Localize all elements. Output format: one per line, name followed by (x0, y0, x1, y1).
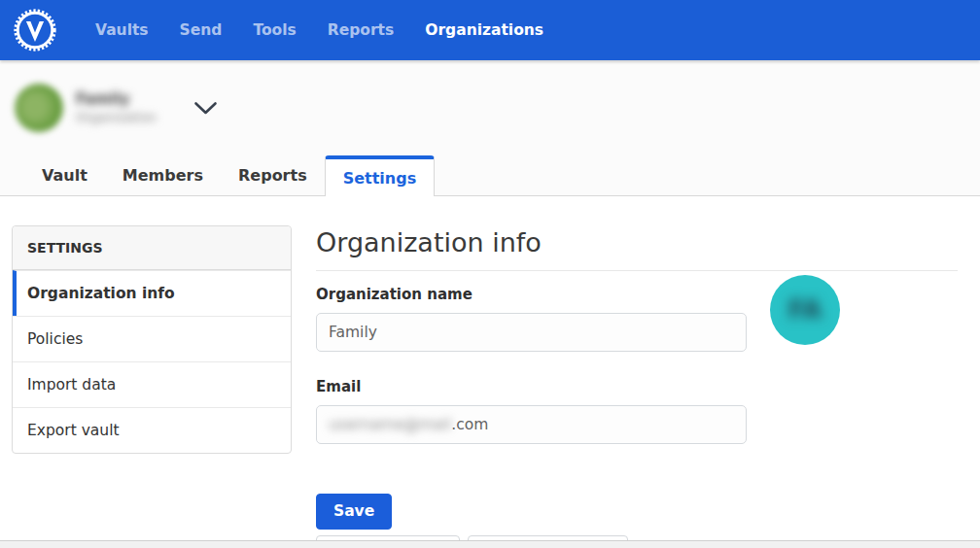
footer-strip (0, 540, 980, 548)
nav-item-reports[interactable]: Reports (312, 0, 409, 60)
tab-settings[interactable]: Settings (325, 155, 436, 196)
nav-item-tools[interactable]: Tools (237, 0, 311, 60)
content-area: SETTINGS Organization info Policies Impo… (0, 196, 980, 548)
email-input[interactable]: username@mail.com (316, 405, 747, 444)
sidebar-item-organization-info[interactable]: Organization info (13, 270, 291, 316)
email-visible-text: .com (451, 416, 488, 433)
nav-item-organizations[interactable]: Organizations (409, 0, 559, 60)
tab-reports[interactable]: Reports (221, 154, 325, 195)
nav-item-vaults[interactable]: Vaults (80, 0, 164, 60)
vaultwarden-logo-icon[interactable] (12, 7, 58, 53)
page-title: Organization info (316, 225, 958, 260)
organization-type-text: Organization (76, 109, 157, 125)
org-name-input[interactable] (316, 313, 747, 352)
sidebar-title: SETTINGS (13, 226, 291, 270)
tab-vault[interactable]: Vault (24, 154, 105, 195)
sidebar-item-export-vault[interactable]: Export vault (13, 407, 291, 453)
organization-avatar (15, 84, 63, 132)
organization-header: Family Organization (0, 60, 980, 155)
sidebar-item-policies[interactable]: Policies (13, 316, 291, 361)
email-label: Email (316, 378, 958, 395)
sidebar-item-import-data[interactable]: Import data (13, 361, 291, 407)
settings-sidebar: SETTINGS Organization info Policies Impo… (12, 225, 292, 454)
tab-members[interactable]: Members (105, 154, 221, 195)
chevron-down-icon[interactable] (193, 101, 218, 116)
primary-nav: Vaults Send Tools Reports Organizations (80, 0, 559, 60)
org-name-label: Organization name (316, 286, 958, 303)
email-redacted-text: username@mail (329, 416, 451, 433)
organization-header-region: Family Organization Vault Members Report… (0, 60, 980, 196)
organization-name-text: Family (76, 90, 157, 109)
title-divider (316, 270, 958, 271)
organization-image-initials: FA (788, 295, 822, 325)
organization-switcher[interactable]: Family Organization (76, 90, 157, 125)
organization-image-avatar: FA (770, 275, 840, 345)
org-tab-bar: Vault Members Reports Settings (0, 155, 980, 196)
save-button[interactable]: Save (316, 494, 392, 530)
main-panel: Organization info Organization name Emai… (316, 225, 958, 548)
top-navbar: Vaults Send Tools Reports Organizations (0, 0, 980, 60)
nav-item-send[interactable]: Send (164, 0, 238, 60)
